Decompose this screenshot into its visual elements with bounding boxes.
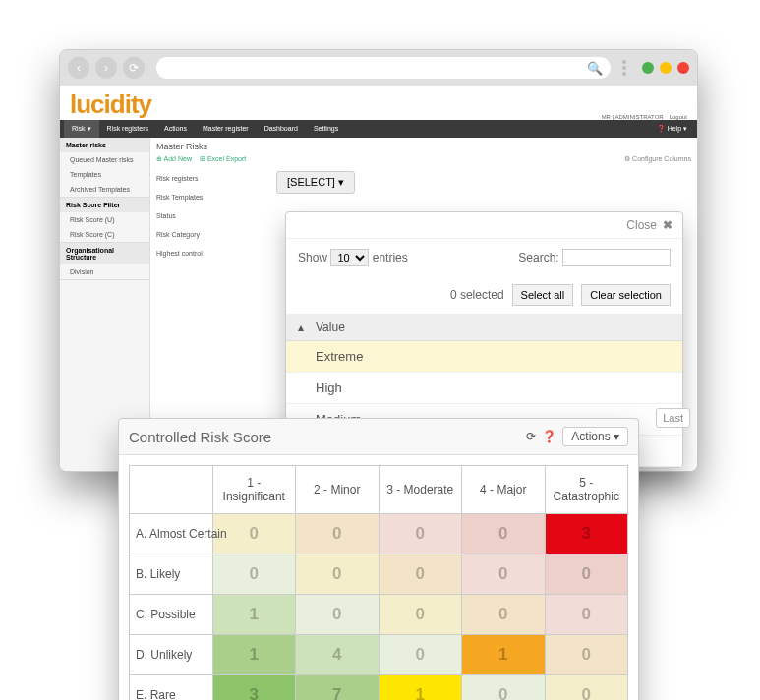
matrix-cell[interactable]: 0 [545, 554, 628, 595]
user-info: MR | ADMINISTRATOR Logout [602, 114, 687, 120]
top-nav: Risk ▾ Risk registers Actions Master reg… [60, 120, 697, 138]
logout-link[interactable]: Logout [670, 114, 687, 120]
sort-icon[interactable]: ▴ [298, 321, 304, 334]
user-greeting: MR | ADMINISTRATOR [602, 114, 664, 120]
row-label: D. Unlikely [130, 635, 213, 675]
add-new-button[interactable]: ⊕ Add New [156, 155, 192, 163]
window-traffic-lights [642, 62, 689, 74]
actions-dropdown[interactable]: Actions ▾ [562, 427, 628, 446]
nav-master-register[interactable]: Master register [195, 120, 257, 138]
matrix-row: C. Possible10000 [130, 595, 628, 635]
matrix-cell[interactable]: 0 [462, 595, 546, 635]
matrix-row: A. Almost Certain00003 [130, 514, 628, 554]
close-label[interactable]: Close [626, 218, 657, 232]
matrix-cell[interactable]: 1 [379, 675, 462, 701]
risk-matrix-panel: Controlled Risk Score ⟳ ❓ Actions ▾ 1 - … [118, 418, 639, 700]
matrix-cell[interactable]: 0 [296, 514, 380, 554]
matrix-cell[interactable]: 7 [296, 675, 380, 701]
pagination-last-button[interactable]: Last [656, 408, 690, 428]
matrix-cell[interactable]: 1 [212, 635, 296, 675]
sidebar-head-org: Organisational Structure [60, 243, 149, 264]
value-option-high[interactable]: High [286, 373, 682, 404]
risk-matrix-table: 1 - Insignificant 2 - Minor 3 - Moderate… [129, 465, 628, 700]
matrix-body: 1 - Insignificant 2 - Minor 3 - Moderate… [119, 455, 638, 700]
matrix-row: E. Rare37100 [130, 675, 628, 701]
filter-risk-registers[interactable]: Risk registers [156, 169, 691, 188]
help-icon[interactable]: ❓ [542, 430, 556, 443]
matrix-cell[interactable]: 0 [296, 554, 380, 595]
value-option-extreme[interactable]: Extreme [286, 341, 682, 373]
close-icon[interactable]: ✖ [663, 218, 672, 232]
forward-button[interactable]: › [95, 57, 117, 79]
app-header: lucidity MR | ADMINISTRATOR Logout [60, 86, 697, 120]
matrix-cell[interactable]: 0 [462, 554, 546, 595]
configure-columns-button[interactable]: ⚙ Configure Columns [624, 155, 691, 163]
sidebar-item-queued[interactable]: Queued Master risks [60, 152, 149, 167]
matrix-cell[interactable]: 0 [462, 514, 546, 554]
matrix-cell[interactable]: 0 [379, 514, 462, 554]
row-label: A. Almost Certain [130, 514, 213, 554]
search-label: Search: [518, 251, 558, 264]
search-input[interactable] [562, 249, 671, 266]
sidebar-item-archived[interactable]: Archived Templates [60, 182, 149, 197]
nav-actions[interactable]: Actions [156, 120, 195, 138]
row-label: B. Likely [130, 554, 213, 595]
traffic-green-icon [642, 62, 654, 74]
sidebar-head-riskscore: Risk Score Filter [60, 198, 149, 212]
traffic-red-icon [677, 62, 689, 74]
popup-header: Close ✖ [286, 212, 682, 239]
matrix-cell[interactable]: 0 [545, 675, 628, 701]
sidebar-item-score-u[interactable]: Risk Score (U) [60, 212, 149, 227]
matrix-cell[interactable]: 0 [545, 595, 628, 635]
nav-risk[interactable]: Risk ▾ [64, 120, 99, 138]
filter-risk-templates[interactable]: Risk Templates [156, 188, 691, 206]
sidebar-item-score-c[interactable]: Risk Score (C) [60, 227, 149, 242]
col-catastrophic: 5 - Catastrophic [545, 466, 628, 514]
nav-risk-registers[interactable]: Risk registers [99, 120, 156, 138]
popup-selection-row: 0 selected Select all Clear selection [286, 276, 682, 315]
sidebar-item-division[interactable]: Division [60, 264, 149, 279]
excel-export-button[interactable]: ⊞ Excel Export [200, 155, 246, 163]
matrix-cell[interactable]: 0 [379, 554, 462, 595]
sidebar-item-templates[interactable]: Templates [60, 167, 149, 182]
matrix-toolbar: ⟳ ❓ Actions ▾ [526, 427, 628, 446]
url-bar[interactable]: 🔍 [156, 57, 611, 79]
nav-dashboard[interactable]: Dashboard [257, 120, 306, 138]
matrix-cell[interactable]: 0 [379, 635, 462, 675]
matrix-header: Controlled Risk Score ⟳ ❓ Actions ▾ [119, 419, 638, 455]
row-label: C. Possible [130, 595, 213, 635]
matrix-cell[interactable]: 0 [296, 595, 380, 635]
sidebar-section-master: Master risks Queued Master risks Templat… [60, 138, 149, 198]
value-column-header[interactable]: ▴ Value [286, 315, 682, 341]
reload-button[interactable]: ⟳ [123, 57, 145, 79]
page-title: Master Risks [156, 142, 691, 151]
matrix-cell[interactable]: 0 [379, 595, 462, 635]
matrix-cell[interactable]: 0 [545, 635, 628, 675]
matrix-cell[interactable]: 0 [462, 675, 546, 701]
refresh-icon[interactable]: ⟳ [526, 430, 536, 443]
selected-count: 0 selected [450, 288, 504, 302]
back-button[interactable]: ‹ [68, 57, 89, 79]
matrix-cell[interactable]: 0 [212, 554, 296, 595]
nav-help[interactable]: ❓ Help ▾ [651, 125, 693, 133]
col-minor: 2 - Minor [296, 466, 380, 514]
nav-settings[interactable]: Settings [306, 120, 346, 138]
matrix-cell[interactable]: 3 [212, 675, 296, 701]
logo: lucidity [70, 89, 151, 120]
matrix-cell[interactable]: 1 [212, 595, 296, 635]
popup-controls-row: Show 10 entries Search: [286, 239, 682, 276]
page-size-select[interactable]: 10 [330, 249, 369, 266]
matrix-row: B. Likely00000 [130, 554, 628, 595]
menu-dots-icon[interactable] [622, 60, 626, 76]
matrix-header-row: 1 - Insignificant 2 - Minor 3 - Moderate… [130, 466, 628, 514]
matrix-cell[interactable]: 1 [462, 635, 546, 675]
select-dropdown-button[interactable]: [SELECT] ▾ [276, 171, 355, 194]
select-all-button[interactable]: Select all [512, 284, 574, 306]
matrix-row: D. Unlikely14010 [130, 635, 628, 675]
main-toolbar: ⊕ Add New ⊞ Excel Export ⚙ Configure Col… [156, 155, 691, 163]
matrix-cell[interactable]: 3 [545, 514, 628, 554]
matrix-corner [130, 466, 213, 514]
matrix-title: Controlled Risk Score [129, 429, 271, 445]
matrix-cell[interactable]: 4 [296, 635, 380, 675]
clear-selection-button[interactable]: Clear selection [581, 284, 671, 306]
